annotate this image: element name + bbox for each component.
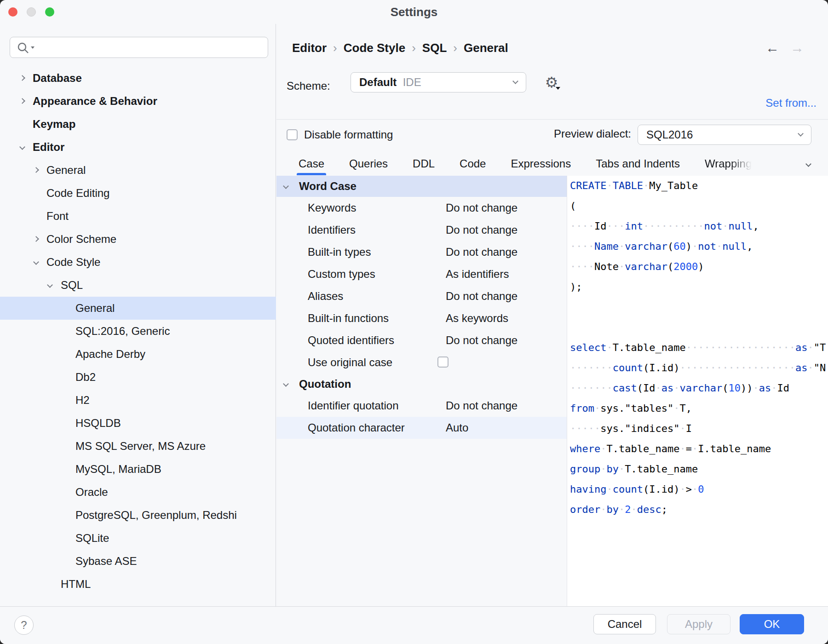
chevron-down-icon[interactable]	[283, 381, 289, 387]
ok-button[interactable]: OK	[740, 614, 804, 634]
sidebar-item-label: H2	[75, 394, 90, 407]
sidebar-item-hsqldb[interactable]: HSQLDB	[0, 412, 276, 435]
chevron-down-icon[interactable]	[47, 282, 53, 288]
setting-row-identifiers: IdentifiersDo not change	[276, 219, 567, 241]
setting-value-dropdown[interactable]: Do not change	[446, 224, 518, 236]
code-line: having·count(I.id)·>·0	[567, 479, 828, 500]
breadcrumb-item[interactable]: General	[464, 41, 508, 55]
breadcrumb: Editor›Code Style›SQL›General	[292, 38, 508, 58]
sidebar-item-label: Appearance & Behavior	[33, 95, 157, 108]
scheme-select[interactable]: Default IDE	[351, 72, 526, 92]
code-line: ·····sys."indices"·I	[567, 419, 828, 439]
sidebar-item-apache-derby[interactable]: Apache Derby	[0, 343, 276, 366]
section-header-word-case[interactable]: Word Case	[276, 176, 567, 197]
tab-tabs-and-indents[interactable]: Tabs and Indents	[596, 152, 680, 175]
sidebar-item-database[interactable]: Database	[0, 67, 276, 90]
breadcrumb-item[interactable]: Editor	[292, 41, 327, 55]
code-line: where·T.table_name·=·I.table_name	[567, 439, 828, 459]
sidebar-item-postgresql-greenplum-redshi[interactable]: PostgreSQL, Greenplum, Redshi	[0, 504, 276, 527]
sidebar-item-code-editing[interactable]: Code Editing	[0, 182, 276, 205]
sidebar-item-appearance-behavior[interactable]: Appearance & Behavior	[0, 90, 276, 113]
chevron-down-icon	[798, 131, 804, 137]
tab-code[interactable]: Code	[460, 152, 486, 175]
sidebar-item-font[interactable]: Font	[0, 205, 276, 228]
sidebar-item-html[interactable]: HTML	[0, 573, 276, 596]
setting-value-dropdown[interactable]: As identifiers	[446, 268, 509, 281]
settings-content: Editor›Code Style›SQL›General ← → Scheme…	[276, 24, 828, 606]
breadcrumb-item[interactable]: Code Style	[344, 41, 405, 55]
code-line: ····Note·varchar(2000)	[567, 257, 828, 277]
setting-row-keywords: KeywordsDo not change	[276, 197, 567, 219]
chevron-right-icon[interactable]	[33, 236, 39, 242]
chevron-down-icon	[805, 161, 811, 167]
disable-formatting-label: Disable formatting	[304, 128, 393, 141]
sidebar-item-color-scheme[interactable]: Color Scheme	[0, 228, 276, 251]
disable-formatting-option[interactable]: Disable formatting	[287, 128, 393, 141]
sidebar-item-label: SQLite	[75, 532, 109, 545]
settings-tree: DatabaseAppearance & BehaviorKeymapEdito…	[0, 67, 276, 596]
setting-value-dropdown[interactable]: Do not change	[446, 201, 518, 214]
setting-label: Quotation character	[308, 421, 405, 434]
setting-value-dropdown[interactable]: Do not change	[446, 246, 518, 259]
chevron-down-icon[interactable]	[283, 183, 289, 189]
sidebar-item-db2[interactable]: Db2	[0, 366, 276, 389]
sidebar-item-label: Font	[46, 210, 69, 223]
code-line	[567, 297, 828, 317]
help-button[interactable]: ?	[14, 615, 34, 635]
search-input[interactable]	[10, 37, 268, 58]
sidebar-item-ms-sql-server-ms-azure[interactable]: MS SQL Server, MS Azure	[0, 435, 276, 458]
setting-value-dropdown[interactable]: Do not change	[446, 399, 518, 412]
sidebar-item-editor[interactable]: Editor	[0, 136, 276, 159]
tab-label: Case	[299, 157, 324, 170]
sidebar-item-sql[interactable]: SQL	[0, 274, 276, 297]
setting-label: Identifier quotation	[308, 399, 398, 412]
chevron-right-icon[interactable]	[19, 75, 25, 81]
section-header-quotation[interactable]: Quotation	[276, 374, 567, 395]
tab-ddl[interactable]: DDL	[413, 152, 435, 175]
sidebar-item-label: Code Style	[46, 256, 100, 269]
chevron-right-icon[interactable]	[33, 167, 39, 173]
preview-dialect-select[interactable]: SQL2016	[638, 125, 811, 145]
tab-expressions[interactable]: Expressions	[511, 152, 571, 175]
sidebar-item-keymap[interactable]: Keymap	[0, 113, 276, 136]
chevron-right-icon[interactable]	[19, 98, 25, 104]
back-arrow-icon[interactable]: ←	[763, 38, 782, 58]
forward-arrow-icon: →	[788, 38, 806, 58]
setting-row-quotation-character: Quotation characterAuto	[276, 417, 567, 439]
chevron-down-icon[interactable]	[19, 144, 25, 150]
disable-formatting-checkbox[interactable]	[287, 129, 298, 140]
tab-case[interactable]: Case	[299, 152, 324, 175]
code-style-tabs: CaseQueriesDDLCodeExpressionsTabs and In…	[299, 152, 752, 175]
sidebar-item-mysql-mariadb[interactable]: MySQL, MariaDB	[0, 458, 276, 481]
more-tabs-button[interactable]	[806, 160, 814, 167]
setting-label: Quoted identifiers	[308, 334, 394, 347]
setting-value-dropdown[interactable]: Auto	[446, 421, 468, 434]
sidebar-item-sql-2016-generic[interactable]: SQL:2016, Generic	[0, 320, 276, 343]
chevron-down-icon[interactable]	[33, 259, 39, 265]
code-line: ·······count(I.id)···················as·…	[567, 358, 828, 378]
setting-value-dropdown[interactable]: Do not change	[446, 334, 518, 347]
code-line: ····Id···int··········not·null,	[567, 216, 828, 236]
setting-checkbox[interactable]	[437, 356, 448, 368]
chevron-down-icon	[512, 78, 518, 84]
sidebar-item-oracle[interactable]: Oracle	[0, 481, 276, 504]
sidebar-item-h2[interactable]: H2	[0, 389, 276, 412]
sidebar-item-label: SQL:2016, Generic	[75, 325, 170, 338]
sidebar-item-sqlite[interactable]: SQLite	[0, 527, 276, 550]
sidebar-item-code-style[interactable]: Code Style	[0, 251, 276, 274]
section-title: Word Case	[299, 180, 356, 193]
sidebar-item-general[interactable]: General	[0, 159, 276, 182]
sidebar-item-general[interactable]: General	[0, 297, 276, 320]
cancel-button[interactable]: Cancel	[593, 614, 656, 634]
set-from-link[interactable]: Set from...	[765, 94, 816, 112]
breadcrumb-item[interactable]: SQL	[422, 41, 447, 55]
setting-value-dropdown[interactable]: As keywords	[446, 312, 508, 325]
setting-row-identifier-quotation: Identifier quotationDo not change	[276, 395, 567, 417]
settings-sidebar: DatabaseAppearance & BehaviorKeymapEdito…	[0, 24, 276, 606]
scheme-gear-icon[interactable]: ⚙	[541, 72, 562, 92]
tab-queries[interactable]: Queries	[349, 152, 388, 175]
tab-wrapping[interactable]: Wrapping	[705, 152, 752, 175]
setting-value-dropdown[interactable]: Do not change	[446, 290, 518, 303]
sidebar-item-sybase-ase[interactable]: Sybase ASE	[0, 550, 276, 573]
tab-label: Wrapping	[705, 157, 752, 170]
